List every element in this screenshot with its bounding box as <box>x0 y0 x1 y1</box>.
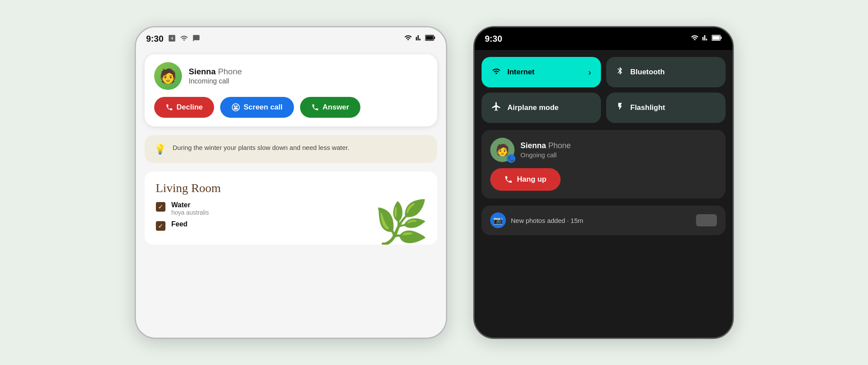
checkbox-water: ✓ <box>156 202 165 212</box>
hangup-button[interactable]: Hang up <box>490 168 561 191</box>
left-phone: 9:30 🧑 <box>135 26 447 339</box>
decline-button[interactable]: Decline <box>154 97 214 118</box>
qs-tile-airplane[interactable]: Airplane mode <box>482 93 601 123</box>
plant-illustration: 🌿 <box>374 198 429 245</box>
bluetooth-icon <box>616 66 624 79</box>
ongoing-caller-name: Sienna Phone <box>521 141 571 150</box>
living-room-card: Living Room ✓ Water hoya australis ✓ Fee… <box>145 172 437 245</box>
qs-tile-internet[interactable]: Internet › <box>482 57 601 87</box>
time-left: 9:30 <box>146 34 164 44</box>
phone-badge-icon: 📞 <box>507 154 515 163</box>
photo-icon: 📷 <box>490 212 506 228</box>
wifi-calling-icon <box>180 34 188 43</box>
bluetooth-label: Bluetooth <box>630 68 665 76</box>
nfc-icon <box>168 34 176 43</box>
plant-name-hoya: hoya australis <box>172 209 209 216</box>
bottom-notif-text: New photos added · 15m <box>511 217 584 224</box>
screen-call-button[interactable]: Screen call <box>220 97 294 118</box>
internet-label: Internet <box>508 68 535 76</box>
plant-action-water: Water <box>172 201 209 209</box>
ongoing-call-status: Ongoing call <box>521 151 571 159</box>
svg-point-4 <box>236 105 238 107</box>
ongoing-caller-avatar: 🧑 📞 <box>490 138 515 162</box>
flashlight-label: Flashlight <box>630 103 665 112</box>
battery-icon-right <box>712 34 722 43</box>
notif-header: 🧑 Sienna Phone Incoming call <box>154 62 428 90</box>
signal-icon-right <box>702 34 709 43</box>
battery-icon-left <box>425 34 436 43</box>
wifi-icon-right <box>690 34 700 43</box>
signal-icon-left <box>416 34 422 43</box>
wifi-qs-icon <box>491 66 502 78</box>
airplane-label: Airplane mode <box>508 103 559 112</box>
call-action-buttons: Decline Screen call Answer <box>154 97 428 118</box>
ongoing-call-card: 🧑 📞 Sienna Phone Ongoing call Hang up <box>482 130 726 199</box>
messages-icon <box>192 34 200 43</box>
airplane-icon <box>491 101 502 114</box>
svg-rect-6 <box>712 36 719 40</box>
checkbox-feed: ✓ <box>156 221 165 231</box>
dark-notif-header: 🧑 📞 Sienna Phone Ongoing call <box>490 138 717 162</box>
bottom-notif-card: 📷 New photos added · 15m <box>482 206 726 235</box>
ongoing-caller-source: Phone <box>548 141 571 150</box>
right-phone: 9:30 Internet › Bluet <box>473 26 734 339</box>
photo-thumbnail <box>696 214 717 226</box>
caller-source-left: Phone <box>218 67 242 76</box>
time-right: 9:30 <box>485 34 502 44</box>
call-status-left: Incoming call <box>189 77 242 85</box>
svg-rect-1 <box>426 36 433 40</box>
tip-text: During the winter your plants slow down … <box>173 143 350 153</box>
wifi-icon-left <box>403 34 413 43</box>
flashlight-icon <box>616 101 624 114</box>
answer-button[interactable]: Answer <box>300 97 360 118</box>
caller-avatar: 🧑 <box>154 62 182 90</box>
caller-name-left: Sienna Phone <box>189 67 242 76</box>
plant-action-feed: Feed <box>172 220 188 228</box>
qs-tile-bluetooth[interactable]: Bluetooth <box>606 57 726 87</box>
qs-tile-flashlight[interactable]: Flashlight <box>606 93 726 123</box>
tip-card: 💡 During the winter your plants slow dow… <box>145 135 437 163</box>
tip-bulb-icon: 💡 <box>154 144 166 155</box>
svg-point-3 <box>234 105 235 107</box>
living-room-title: Living Room <box>156 181 426 195</box>
chevron-right-icon: › <box>588 67 591 77</box>
status-bar-right: 9:30 <box>475 27 733 50</box>
incoming-call-card: 🧑 Sienna Phone Incoming call Decline Scr… <box>145 54 437 126</box>
quick-settings-grid: Internet › Bluetooth Airplane mode Flash… <box>475 50 733 126</box>
status-bar-left: 9:30 <box>136 27 446 50</box>
